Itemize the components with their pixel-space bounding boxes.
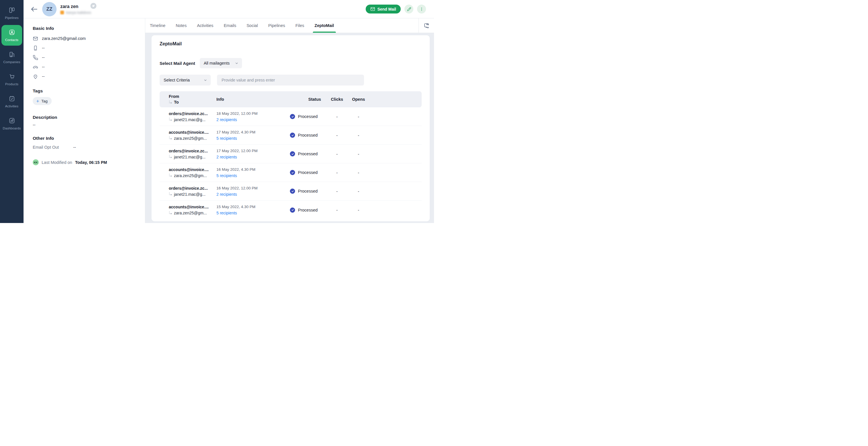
status-value: Processed (298, 170, 318, 175)
mail-table-row[interactable]: orders@invoice.zc... janet21.mac@g... 18 (160, 107, 422, 126)
mobile-field-row[interactable]: -- (33, 45, 138, 51)
more-options-button[interactable] (417, 5, 426, 13)
last-modified-label: Last Modified on (42, 160, 72, 165)
board-link-icon (423, 22, 430, 29)
record-tab[interactable]: Notes (176, 19, 187, 33)
record-tab[interactable]: ZeptoMail (315, 19, 334, 33)
sidebar-item-pipelines[interactable]: Pipelines (1, 3, 22, 24)
mail-table-row[interactable]: accounts@invoice.... zara.zen25@gm... 16 (160, 163, 422, 182)
other-info-title: Other Info (33, 136, 138, 141)
from-address: accounts@invoice.... (169, 204, 216, 209)
edit-button[interactable] (404, 5, 413, 13)
last-modified-value: Today, 06:15 PM (75, 160, 107, 165)
status-value: Processed (298, 133, 318, 137)
tabbar-right-section (418, 19, 434, 33)
opens-value: - (346, 114, 371, 119)
criteria-select[interactable]: Select Criteria (160, 75, 211, 86)
record-tab[interactable]: Timeline (150, 19, 165, 33)
recipients-link[interactable]: 2 recipients (216, 155, 290, 159)
mail-table-row[interactable]: orders@invoice.zc... janet21.mac@g... 16 (160, 182, 422, 201)
modifier-avatar: KK (33, 159, 39, 165)
tab-label: Activities (197, 23, 213, 28)
email-icon (33, 36, 38, 41)
column-info: Info (216, 97, 290, 102)
record-tab[interactable]: Emails (224, 19, 236, 33)
elbow-arrow-icon (169, 136, 172, 140)
send-mail-button[interactable]: Send Mail (366, 5, 401, 13)
phone-field-row[interactable]: -- (33, 55, 138, 60)
to-address: zara.zen25@gm... (174, 173, 207, 178)
opens-value: - (346, 170, 371, 175)
from-address: orders@invoice.zc... (169, 186, 216, 191)
recipients-link[interactable]: 2 recipients (216, 117, 290, 122)
status-value: Processed (298, 208, 318, 212)
sidebar-item-dashboards[interactable]: Dashboards (1, 114, 22, 134)
mail-date: 16 May 2022, 4.30 PM (216, 167, 290, 171)
record-tabbar: Timeline Notes Activities Emails Social … (145, 19, 434, 33)
elbow-arrow-icon (169, 192, 172, 196)
zeptomail-card: ZeptoMail Select Mail Agent All mailagen… (152, 35, 430, 221)
vertical-dots-icon (420, 7, 424, 11)
activities-calendar-icon (9, 95, 15, 103)
basic-info-title: Basic Info (33, 26, 138, 31)
phone-icon (33, 55, 38, 60)
recipients-link[interactable]: 5 recipients (216, 173, 290, 178)
tab-label: Files (296, 23, 304, 28)
contact-details-panel: Basic Info zara.zen25@gmail.com -- -- -- (24, 19, 145, 223)
desk-phone-value: -- (42, 65, 45, 69)
sidebar-item-activities[interactable]: Activities (1, 91, 22, 112)
mail-date: 17 May 2022, 12.00 PM (216, 149, 290, 153)
companies-icon (9, 51, 15, 59)
recipients-link[interactable]: 5 recipients (216, 136, 290, 140)
location-field-row[interactable]: -- (33, 73, 138, 79)
twitter-icon (92, 4, 95, 7)
mail-table-row[interactable]: accounts@invoice.... zara.zen25@gm... 15 (160, 201, 422, 219)
record-tab[interactable]: Social (247, 19, 258, 33)
owner-badge-icon (60, 11, 64, 14)
column-status: Status (290, 97, 329, 102)
status-value: Processed (298, 189, 318, 193)
opens-value: - (346, 133, 371, 138)
send-mail-label: Send Mail (377, 7, 396, 11)
recipients-link[interactable]: 5 recipients (216, 211, 290, 215)
mail-table-row[interactable]: accounts@invoice.... zara.zen25@gm... 17 (160, 126, 422, 145)
twitter-badge[interactable] (90, 3, 96, 9)
add-tag-button[interactable]: Tag (33, 97, 52, 105)
mail-table-body: orders@invoice.zc... janet21.mac@g... 18 (160, 107, 422, 219)
record-tab[interactable]: Files (296, 19, 304, 33)
tab-label: Notes (176, 23, 187, 28)
to-address: janet21.mac@g... (174, 155, 206, 159)
mail-table-header: From To Info Status Clicks Opens (160, 91, 422, 107)
sidebar-item-label: Activities (5, 104, 19, 108)
back-button[interactable] (30, 5, 38, 13)
sidebar-item-companies[interactable]: Companies (1, 47, 22, 68)
sidebar-item-label: Contacts (5, 38, 19, 42)
record-tab[interactable]: Activities (197, 19, 213, 33)
from-address: accounts@invoice.... (169, 167, 216, 172)
email-opt-out-row: Email Opt Out -- (33, 145, 138, 150)
plus-icon (36, 99, 40, 103)
sidebar-item-label: Companies (3, 60, 20, 64)
open-board-button[interactable] (422, 21, 431, 30)
opens-value: - (346, 152, 371, 156)
record-tab[interactable]: Pipelines (268, 19, 285, 33)
location-pin-icon (33, 74, 38, 79)
email-opt-out-value: -- (73, 145, 76, 150)
clicks-value: - (329, 114, 346, 119)
criteria-value-input[interactable] (217, 75, 364, 86)
sidebar-item-contacts[interactable]: Contacts (1, 25, 22, 45)
clicks-value: - (329, 189, 346, 194)
desk-phone-field-row[interactable]: -- (33, 64, 138, 70)
to-address: janet21.mac@g... (174, 117, 206, 122)
email-field-row[interactable]: zara.zen25@gmail.com (33, 36, 138, 41)
avatar-initials: ZZ (46, 6, 53, 12)
processed-check-icon (290, 114, 295, 119)
recipients-link[interactable]: 2 recipients (216, 192, 290, 197)
sidebar-item-products[interactable]: Products (1, 69, 22, 90)
mail-date: 15 May 2022, 4.30 PM (216, 204, 290, 209)
mail-agent-select[interactable]: All mailagents (200, 58, 242, 68)
tab-content-canvas: ZeptoMail Select Mail Agent All mailagen… (145, 33, 434, 223)
mail-table-row[interactable]: orders@invoice.zc... janet21.mac@g... 17 (160, 145, 422, 163)
to-address: zara.zen25@gm... (174, 136, 207, 140)
tab-label: Emails (224, 23, 236, 28)
